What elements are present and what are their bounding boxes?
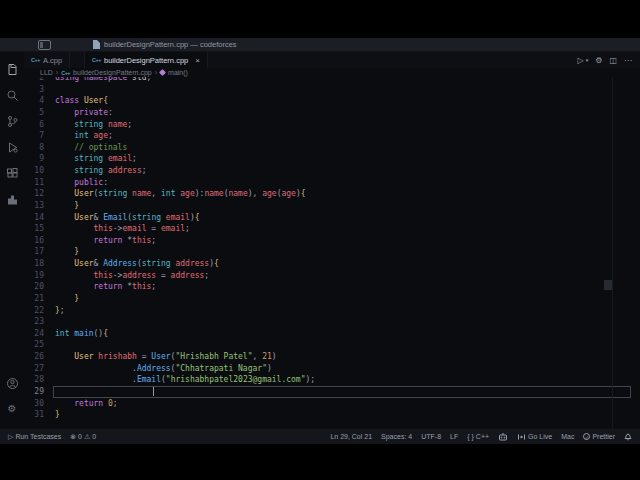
line-number: 17: [24, 246, 55, 258]
code-line-26[interactable]: 26 User hrishabh = User("Hrishabh Patel"…: [24, 351, 640, 363]
line-number: 6: [24, 119, 55, 131]
code-line-25[interactable]: 25: [24, 339, 640, 351]
breadcrumb-symbol[interactable]: main(): [168, 69, 188, 76]
run-debug-icon[interactable]: [0, 134, 24, 160]
code-line-2[interactable]: 2using namespace std;: [24, 77, 640, 84]
run-dropdown-icon[interactable]: ▾: [586, 57, 589, 63]
code-line-10[interactable]: 10 string address;: [24, 165, 640, 177]
line-content: this->email = email;: [55, 224, 190, 233]
cpp-file-icon: C++: [61, 70, 70, 76]
settings-gear-icon[interactable]: ⚙: [0, 396, 24, 422]
run-testcases-button[interactable]: ▷ Run Testcases: [8, 433, 61, 441]
line-number: 18: [24, 258, 55, 270]
line-content: string name;: [55, 120, 132, 129]
code-line-12[interactable]: 12 User(string name, int age):name(name)…: [24, 188, 640, 200]
tab-builder-design-pattern[interactable]: C++ builderDesignPattern.cpp ×: [84, 52, 208, 68]
symbol-method-icon: [159, 69, 166, 76]
run-settings-gear-icon[interactable]: ⚙: [595, 56, 602, 65]
line-content: public:: [55, 178, 108, 187]
extensions-icon[interactable]: [0, 160, 24, 186]
code-line-13[interactable]: 13 }: [24, 200, 640, 212]
code-line-6[interactable]: 6 string name;: [24, 119, 640, 131]
code-line-8[interactable]: 8 // optinals: [24, 142, 640, 154]
tab-a-cpp[interactable]: C++ A.cpp: [24, 52, 70, 68]
language-mode[interactable]: { } C++: [467, 433, 489, 440]
breadcrumb-file[interactable]: builderDesignPattern.cpp: [73, 69, 152, 76]
line-content: .Email("hrishabhpatel2023@gmail.com");: [55, 375, 315, 384]
breadcrumb-folder[interactable]: LLD: [40, 69, 53, 76]
run-file-icon[interactable]: ▷: [578, 56, 584, 65]
search-icon[interactable]: [0, 82, 24, 108]
prettier-button[interactable]: ✓ Prettier: [583, 433, 615, 440]
split-editor-icon[interactable]: ◫: [609, 56, 617, 65]
window-title: builderDesignPattern.cpp — codeforces: [104, 40, 237, 49]
indentation-setting[interactable]: Spaces: 4: [381, 433, 412, 440]
more-actions-icon[interactable]: ⋯: [624, 56, 632, 65]
account-icon[interactable]: [0, 370, 24, 396]
status-bar: ▷ Run Testcases ⊗ 0 ⚠ 0 Ln 29, Col 21 Sp…: [0, 428, 640, 444]
explorer-icon[interactable]: [0, 56, 24, 82]
line-content: User(string name, int age):name(name), a…: [55, 189, 306, 198]
code-line-30[interactable]: 30 return 0;: [24, 398, 640, 410]
warning-icon: ⚠: [84, 433, 90, 441]
code-line-19[interactable]: 19 this->address = address;: [24, 270, 640, 282]
code-line-31[interactable]: 31}: [24, 409, 640, 421]
line-content: using namespace std;: [55, 77, 151, 82]
encoding-setting[interactable]: UTF-8: [421, 433, 441, 440]
current-line-highlight: [53, 386, 631, 398]
line-number: 20: [24, 281, 55, 293]
line-content: string email;: [55, 154, 137, 163]
code-line-22[interactable]: 22};: [24, 305, 640, 317]
robot-icon[interactable]: [498, 432, 508, 441]
line-content: return 0;: [55, 399, 118, 408]
error-count: 0: [78, 433, 82, 440]
line-number: 28: [24, 374, 55, 386]
code-line-4[interactable]: 4class User{: [24, 95, 640, 107]
error-icon: ⊗: [70, 433, 76, 441]
os-indicator[interactable]: Mac: [561, 433, 574, 440]
line-content: User& Address(string address){: [55, 259, 219, 268]
close-tab-icon[interactable]: ×: [195, 56, 200, 65]
line-number: 9: [24, 153, 55, 165]
code-line-17[interactable]: 17 }: [24, 246, 640, 258]
code-line-5[interactable]: 5 private:: [24, 107, 640, 119]
editor-area: C++ A.cpp C++ builderDesignPattern.cpp ×…: [24, 52, 640, 428]
code-line-20[interactable]: 20 return *this;: [24, 281, 640, 293]
bell-icon[interactable]: [624, 432, 632, 441]
source-control-icon[interactable]: [0, 108, 24, 134]
line-content: this->address = address;: [55, 271, 209, 280]
code-line-3[interactable]: 3: [24, 84, 640, 96]
line-content: User& Email(string email){: [55, 213, 200, 222]
broadcast-icon: [517, 433, 526, 441]
line-number: 7: [24, 130, 55, 142]
layout-icon[interactable]: [38, 40, 51, 50]
code-line-21[interactable]: 21 }: [24, 293, 640, 305]
code-line-29[interactable]: 29: [24, 386, 640, 398]
code-line-15[interactable]: 15 this->email = email;: [24, 223, 640, 235]
code-line-18[interactable]: 18 User& Address(string address){: [24, 258, 640, 270]
line-number: 27: [24, 363, 55, 375]
code-line-27[interactable]: 27 .Address("Chhatrapati Nagar"): [24, 363, 640, 375]
code-line-24[interactable]: 24int main(){: [24, 328, 640, 340]
eol-setting[interactable]: LF: [450, 433, 458, 440]
line-number: 29: [24, 386, 55, 398]
code-editor[interactable]: 2using namespace std;34class User{5 priv…: [24, 77, 640, 428]
bar-chart-icon[interactable]: [0, 186, 24, 212]
go-live-button[interactable]: Go Live: [517, 433, 552, 441]
problems-indicator[interactable]: ⊗ 0 ⚠ 0: [70, 433, 96, 441]
code-line-11[interactable]: 11 public:: [24, 177, 640, 189]
scrollbar-thumb[interactable]: [604, 280, 612, 290]
line-number: 19: [24, 270, 55, 282]
line-content: }: [55, 294, 79, 303]
cursor-position[interactable]: Ln 29, Col 21: [330, 433, 372, 440]
line-number: 13: [24, 200, 55, 212]
cpp-file-icon: C++: [92, 57, 101, 63]
line-number: 30: [24, 398, 55, 410]
code-line-9[interactable]: 9 string email;: [24, 153, 640, 165]
line-number: 23: [24, 316, 55, 328]
code-line-16[interactable]: 16 return *this;: [24, 235, 640, 247]
code-line-7[interactable]: 7 int age;: [24, 130, 640, 142]
code-line-28[interactable]: 28 .Email("hrishabhpatel2023@gmail.com")…: [24, 374, 640, 386]
code-line-14[interactable]: 14 User& Email(string email){: [24, 212, 640, 224]
code-line-23[interactable]: 23: [24, 316, 640, 328]
